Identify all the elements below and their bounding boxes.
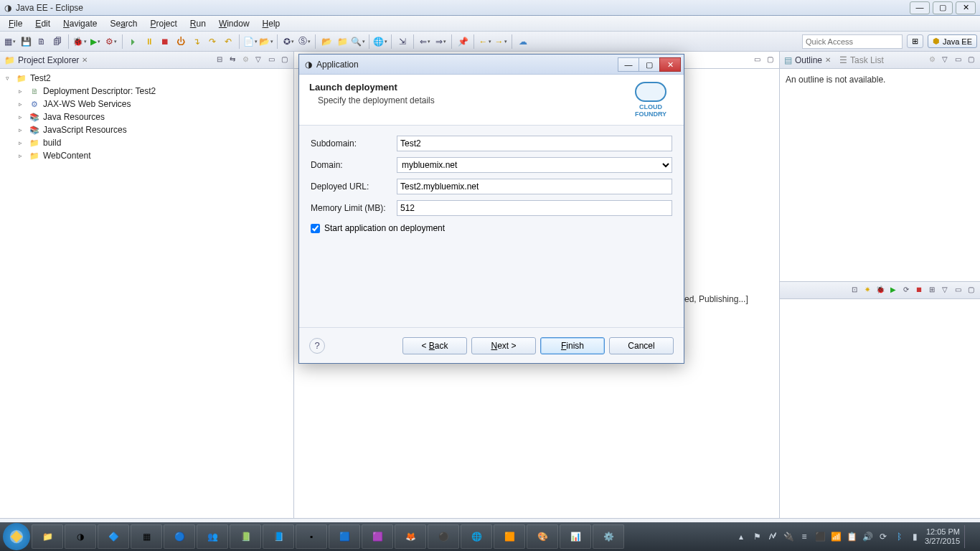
- expand-icon[interactable]: ▹: [19, 113, 26, 121]
- collapse-all-icon[interactable]: ⊟: [215, 55, 225, 65]
- external-tools-button[interactable]: ⚙: [104, 34, 118, 49]
- maximize-button[interactable]: ▢: [933, 1, 953, 14]
- menu-edit[interactable]: Edit: [29, 17, 56, 30]
- perspective-javaee[interactable]: ⬢ Java EE: [928, 34, 977, 48]
- open-type-button[interactable]: 📂: [319, 34, 334, 49]
- action-icon[interactable]: ⟳: [901, 286, 911, 296]
- menu-project[interactable]: Project: [144, 17, 182, 30]
- expand-icon[interactable]: ▹: [19, 152, 26, 159]
- new-server-button[interactable]: 📄: [243, 34, 258, 49]
- taskbar-paint[interactable]: 🎨: [527, 524, 558, 549]
- back-button[interactable]: < Back: [402, 337, 467, 354]
- new-button[interactable]: ▦: [3, 34, 17, 49]
- taskbar-eclipse[interactable]: ◑: [65, 524, 96, 549]
- tray-volume-icon[interactable]: 🔊: [862, 531, 873, 542]
- taskbar-app[interactable]: 📗: [230, 524, 261, 549]
- minimize-view-icon[interactable]: ▭: [953, 55, 963, 65]
- taskbar-app[interactable]: 🟪: [362, 524, 393, 549]
- subdomain-input[interactable]: [397, 136, 672, 151]
- menu-window[interactable]: Window: [213, 17, 255, 30]
- tray-icon[interactable]: ⬛: [814, 531, 826, 542]
- step-over-button[interactable]: ↷: [205, 34, 220, 49]
- save-all-button[interactable]: 🗎: [34, 34, 49, 49]
- deployed-url-input[interactable]: [397, 179, 672, 194]
- taskbar-app[interactable]: ⚫: [428, 524, 459, 549]
- help-button[interactable]: ?: [309, 338, 325, 354]
- next-button[interactable]: Next >: [471, 337, 536, 354]
- finish-button[interactable]: Finish: [540, 337, 605, 354]
- tray-up-icon[interactable]: ▴: [735, 531, 747, 542]
- quick-access-input[interactable]: [802, 34, 903, 49]
- dialog-maximize-button[interactable]: ▢: [639, 57, 660, 72]
- view-menu-icon[interactable]: ▽: [253, 55, 263, 65]
- taskbar-app[interactable]: 🟧: [494, 524, 525, 549]
- step-return-button[interactable]: ↶: [221, 34, 235, 49]
- tray-battery-icon[interactable]: ▮: [909, 531, 920, 542]
- tray-icon[interactable]: ⚑: [751, 531, 763, 542]
- view-menu-icon[interactable]: ▽: [940, 286, 950, 296]
- action-icon[interactable]: ✷: [862, 286, 872, 296]
- expand-icon[interactable]: ▹: [19, 88, 26, 95]
- git-button[interactable]: ✪: [281, 34, 296, 49]
- save-button[interactable]: 💾: [19, 34, 33, 49]
- dialog-close-button[interactable]: ✕: [659, 57, 681, 72]
- forward-button[interactable]: →: [494, 34, 508, 49]
- taskbar-app[interactable]: 🟦: [329, 524, 360, 549]
- tray-icon[interactable]: ≡: [798, 531, 810, 542]
- menu-search[interactable]: Search: [104, 17, 143, 30]
- tree-item[interactable]: ▹⚙JAX-WS Web Services: [13, 98, 293, 110]
- dialog-minimize-button[interactable]: —: [618, 57, 639, 72]
- tray-network-icon[interactable]: 📶: [830, 531, 842, 542]
- action-icon[interactable]: 🐞: [875, 286, 885, 296]
- taskbar-app[interactable]: ▦: [131, 524, 162, 549]
- cloud-button[interactable]: ☁: [516, 34, 530, 49]
- tree-item[interactable]: ▹📁build: [13, 136, 293, 149]
- tree-item[interactable]: ▹📚JavaScript Resources: [13, 123, 293, 136]
- menu-file[interactable]: File: [3, 17, 28, 30]
- tree-item[interactable]: ▹📁WebContent: [13, 149, 293, 162]
- taskbar-app[interactable]: 📘: [263, 524, 294, 549]
- new-wizard-button[interactable]: 📂: [259, 34, 273, 49]
- taskbar-explorer[interactable]: 📁: [32, 524, 63, 549]
- run-button[interactable]: ▶: [88, 34, 103, 49]
- step-into-button[interactable]: ↴: [189, 34, 204, 49]
- tree-project-root[interactable]: ▿ 📁 Test2: [0, 72, 293, 85]
- back-button[interactable]: ←: [478, 34, 492, 49]
- open-perspective-button[interactable]: ⊞: [907, 34, 923, 48]
- maximize-view-icon[interactable]: ▢: [966, 55, 976, 65]
- sync-button[interactable]: Ⓢ: [297, 34, 311, 49]
- menu-help[interactable]: Help: [257, 17, 286, 30]
- minimize-view-icon[interactable]: ▭: [953, 286, 963, 296]
- debug-button[interactable]: 🐞: [72, 34, 87, 49]
- maximize-view-icon[interactable]: ▢: [279, 55, 289, 65]
- start-on-deploy-checkbox[interactable]: [311, 224, 320, 233]
- pin-button[interactable]: 📌: [456, 34, 470, 49]
- taskbar-app[interactable]: 👥: [197, 524, 228, 549]
- action-icon[interactable]: ⊞: [927, 286, 937, 296]
- terminate-button[interactable]: ⏹: [158, 34, 172, 49]
- tree-item[interactable]: ▹📚Java Resources: [13, 110, 293, 123]
- view-menu-icon[interactable]: ▽: [940, 55, 950, 65]
- link-editor-icon[interactable]: ⇆: [227, 55, 237, 65]
- maximize-view-icon[interactable]: ▢: [966, 286, 976, 296]
- outline-action-icon[interactable]: ⚙: [927, 55, 937, 65]
- disconnect-button[interactable]: ⏻: [174, 34, 188, 49]
- minimize-view-icon[interactable]: ▭: [266, 55, 276, 65]
- expand-icon[interactable]: ▹: [19, 100, 26, 108]
- show-desktop-button[interactable]: [964, 525, 971, 548]
- expand-icon[interactable]: ▹: [19, 139, 26, 146]
- tray-icon[interactable]: 🗲: [767, 531, 778, 542]
- menu-run[interactable]: Run: [184, 17, 212, 30]
- suspend-button[interactable]: ⏸: [142, 34, 156, 49]
- view-close-icon[interactable]: ✕: [825, 56, 831, 64]
- annotation-next-button[interactable]: ⇒: [433, 34, 448, 49]
- action-icon[interactable]: ⏹: [914, 286, 924, 296]
- annotation-prev-button[interactable]: ⇐: [418, 34, 432, 49]
- tree-item[interactable]: ▹🗎Deployment Descriptor: Test2: [13, 85, 293, 98]
- minimize-editor-icon[interactable]: ▭: [752, 55, 762, 65]
- tray-icon[interactable]: ⟳: [877, 531, 889, 542]
- resume-button[interactable]: ⏵: [126, 34, 141, 49]
- taskbar-app[interactable]: 🌐: [461, 524, 492, 549]
- dialog-titlebar[interactable]: ◑ Application — ▢ ✕: [299, 55, 684, 75]
- tray-icon[interactable]: 📋: [846, 531, 857, 542]
